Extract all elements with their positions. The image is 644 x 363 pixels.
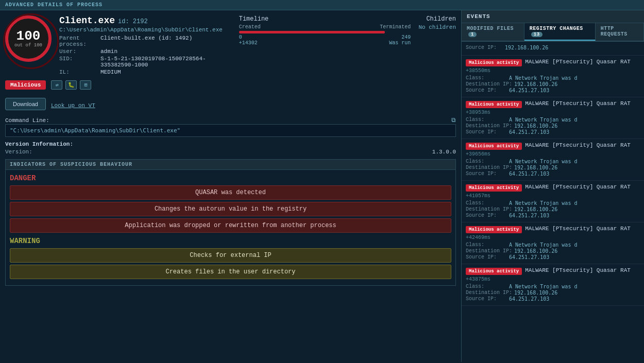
right-panel: EVENTS MODIFIED FILES 1 REGISTRY CHANGES… bbox=[461, 10, 644, 362]
no-children: No children bbox=[418, 24, 456, 30]
score-number: 100 bbox=[16, 29, 41, 43]
process-name: Client.exe bbox=[59, 15, 115, 26]
process-path: C:\Users\admin\AppData\Roaming\SubDir\Cl… bbox=[59, 27, 231, 33]
event-item-0: Source IP: 192.168.100.26 bbox=[462, 42, 644, 56]
children-block: Children No children bbox=[418, 15, 456, 30]
sid-val: S-1-5-21-1302019708-1500728564-335382590… bbox=[100, 56, 231, 68]
parent-process: Client-built.exe (id: 1492) bbox=[100, 35, 231, 47]
cmd-label: Command Line: bbox=[5, 117, 49, 124]
warning-label: WARNING bbox=[10, 237, 451, 245]
network-icon[interactable]: ⊞ bbox=[80, 80, 91, 90]
event-item-2: Malicious activity MALWARE [PTsecurity] … bbox=[462, 97, 644, 139]
tab-badge-registry: 13 bbox=[531, 32, 543, 37]
events-tabs: MODIFIED FILES 1 REGISTRY CHANGES 13 HTT… bbox=[462, 23, 644, 42]
tab-badge-modified: 1 bbox=[468, 32, 477, 37]
indicators-title: INDICATORS OF SUSPICIOUS BEHAVIOUR bbox=[6, 160, 455, 170]
event-title-1: MALWARE [PTsecurity] Quasar RAT bbox=[525, 59, 631, 65]
event-title-5: MALWARE [PTsecurity] Quasar RAT bbox=[525, 226, 631, 232]
event-time-3: +39656ms bbox=[466, 151, 640, 157]
timeline-offset: +14302 bbox=[239, 40, 258, 46]
process-info: Client.exe id: 2192 C:\Users\admin\AppDa… bbox=[59, 15, 231, 75]
event-item-5: Malicious activity MALWARE [PTsecurity] … bbox=[462, 222, 644, 264]
main-layout: 100 out of 100 Client.exe id: 2192 C:\Us… bbox=[0, 10, 644, 362]
event-time-1: +38550ms bbox=[466, 68, 640, 74]
indicator-warning-1: Checks for external IP bbox=[10, 248, 451, 263]
event-time-4: +41057ms bbox=[466, 193, 640, 199]
events-header: EVENTS bbox=[462, 10, 644, 23]
event-item-3: Malicious activity MALWARE [PTsecurity] … bbox=[462, 139, 644, 181]
process-header: 100 out of 100 Client.exe id: 2192 C:\Us… bbox=[5, 15, 456, 75]
malicious-badge-2: Malicious activity bbox=[466, 101, 522, 108]
malicious-badge-4: Malicious activity bbox=[466, 184, 522, 192]
process-id: id: 2192 bbox=[118, 18, 148, 25]
version-val: 1.3.0.0 bbox=[432, 149, 456, 155]
timeline-created-label: Created bbox=[239, 24, 261, 30]
children-title: Children bbox=[418, 15, 456, 23]
event-item-4: Malicious activity MALWARE [PTsecurity] … bbox=[462, 181, 644, 222]
timeline-wasrun: Was run bbox=[389, 40, 411, 46]
event-item-1: Malicious activity MALWARE [PTsecurity] … bbox=[462, 56, 644, 97]
version-section: Version Information: Version: 1.3.0.0 bbox=[5, 141, 456, 155]
bug-icon[interactable]: 🐛 bbox=[65, 80, 77, 90]
timeline-bar bbox=[239, 31, 385, 33]
left-panel: 100 out of 100 Client.exe id: 2192 C:\Us… bbox=[0, 10, 461, 362]
malicious-badge: Malicious bbox=[5, 80, 46, 90]
timeline-created-val: 0 bbox=[239, 34, 242, 40]
event-title-2: MALWARE [PTsecurity] Quasar RAT bbox=[525, 100, 631, 107]
vt-link[interactable]: Look up on VT bbox=[51, 102, 95, 109]
timeline-terminated-label: Terminated bbox=[380, 24, 411, 30]
score-label: out of 100 bbox=[14, 43, 42, 48]
event-title-4: MALWARE [PTsecurity] Quasar RAT bbox=[525, 184, 631, 190]
malicious-badge-1: Malicious activity bbox=[466, 59, 522, 66]
il-val: MEDIUM bbox=[100, 69, 231, 75]
version-key: Version: bbox=[5, 149, 32, 155]
event-title-3: MALWARE [PTsecurity] Quasar RAT bbox=[525, 142, 631, 148]
indicator-warning-2: Creates files in the user directory bbox=[10, 265, 451, 279]
event-time-2: +38953ms bbox=[466, 110, 640, 115]
event-title-6: MALWARE [PTsecurity] Quasar RAT bbox=[525, 267, 631, 273]
tab-modified-files[interactable]: MODIFIED FILES 1 bbox=[462, 23, 524, 41]
timeline-terminated-val: 249 bbox=[401, 34, 411, 40]
malicious-badge-3: Malicious activity bbox=[466, 143, 522, 150]
danger-label: DANGER bbox=[10, 174, 451, 182]
malicious-badge-6: Malicious activity bbox=[466, 268, 522, 275]
score-circle: 100 out of 100 bbox=[5, 15, 52, 62]
download-button[interactable]: Download bbox=[5, 98, 46, 110]
process-meta: Parent process: Client-built.exe (id: 14… bbox=[59, 35, 231, 75]
timeline-title: Timeline bbox=[239, 15, 411, 23]
indicators-panel: INDICATORS OF SUSPICIOUS BEHAVIOUR DANGE… bbox=[5, 159, 456, 286]
top-bar-title: ADVANCED DETAILS OF PROCESS bbox=[5, 2, 103, 8]
event-item-6: Malicious activity MALWARE [PTsecurity] … bbox=[462, 264, 644, 306]
version-title: Version Information: bbox=[5, 141, 456, 147]
top-bar: ADVANCED DETAILS OF PROCESS bbox=[0, 0, 644, 10]
events-list: Source IP: 192.168.100.26 Malicious acti… bbox=[462, 42, 644, 362]
indicator-danger-2: Changes the autorun value in the registr… bbox=[10, 202, 451, 216]
tab-http-requests[interactable]: HTTP REQUESTS bbox=[596, 23, 644, 41]
event-time-5: +42469ms bbox=[466, 235, 640, 240]
cmd-section: Command Line: ⧉ "C:\Users\admin\AppData\… bbox=[5, 117, 456, 137]
copy-button[interactable]: ⧉ bbox=[451, 117, 456, 124]
user-val: admin bbox=[100, 48, 231, 55]
tab-registry-changes[interactable]: REGISTRY CHANGES 13 bbox=[524, 23, 596, 41]
timeline-section: Timeline Created Terminated 0 249 +14302… bbox=[239, 15, 411, 46]
event-time-6: +43875ms bbox=[466, 276, 640, 282]
arrows-icon[interactable]: ⇄ bbox=[51, 80, 62, 90]
indicator-danger-3: Application was dropped or rewritten fro… bbox=[10, 218, 451, 233]
cmd-box: "C:\Users\admin\AppData\Roaming\SubDir\C… bbox=[5, 124, 456, 137]
malicious-badge-5: Malicious activity bbox=[466, 226, 522, 233]
indicator-danger-1: QUASAR was detected bbox=[10, 185, 451, 200]
